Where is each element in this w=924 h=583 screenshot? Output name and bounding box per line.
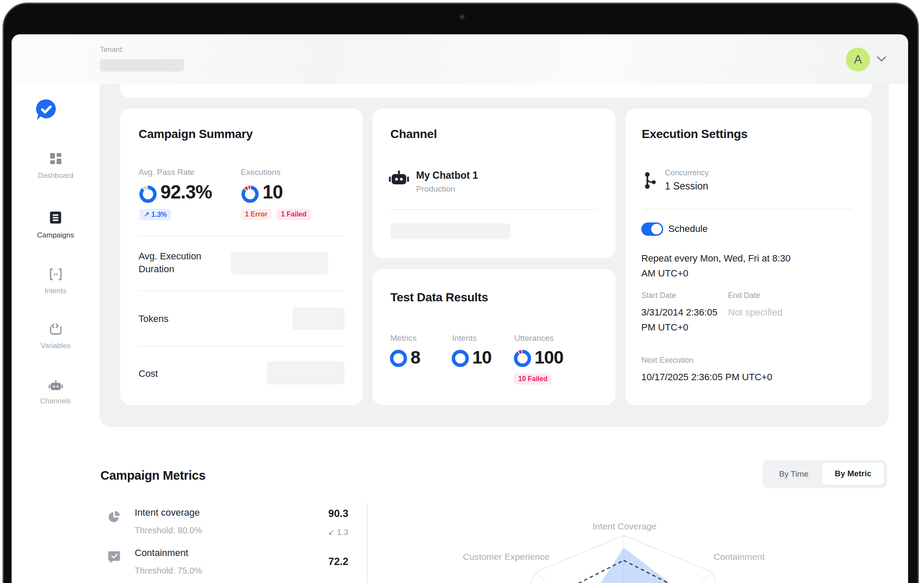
sidebar-item-campaigns[interactable] <box>12 211 100 225</box>
end-date-label: End Date <box>728 291 760 300</box>
avg-exec-duration-label: Avg. Execution Duration <box>139 250 231 276</box>
by-metric-button[interactable]: By Metric <box>821 462 885 485</box>
schedule-toggle[interactable] <box>641 222 663 236</box>
metrics-stat-value: 8 <box>411 347 420 368</box>
radar-axis-label-containment: Containment <box>683 552 795 562</box>
metric-row-name: Intent coverage <box>135 507 200 518</box>
pie-chart-icon <box>108 510 121 525</box>
channel-name: My Chatbot 1 <box>416 170 478 181</box>
device-screenshot: Tenant: A <box>0 0 924 583</box>
cost-label: Cost <box>139 367 158 380</box>
metric-row-value: 90.3 <box>308 508 348 520</box>
by-time-button[interactable]: By Time <box>763 460 825 488</box>
test-data-results-card: Test Data Results Metrics 8 Intents 10 U… <box>372 269 616 405</box>
scrolled-card-bottom <box>120 84 872 98</box>
intents-brackets-icon <box>49 268 62 282</box>
sidebar-label-dashboard[interactable]: Dashboard <box>12 171 100 180</box>
chevron-down-icon[interactable] <box>876 56 887 64</box>
executions-ring <box>242 186 259 204</box>
metrics-ring <box>390 350 407 369</box>
error-badge: 1 Error <box>241 209 272 220</box>
metrics-view-toggle: By Time By Metric <box>763 460 887 488</box>
execution-settings-title: Execution Settings <box>642 127 748 141</box>
channel-card: Channel My Chatbot 1 Production <box>372 108 616 258</box>
divider <box>644 209 853 210</box>
campaign-summary-card: Campaign Summary Avg. Pass Rate 92.3% ↗ … <box>120 108 363 405</box>
radar-axis-label-customer-experience: Customer Experience <box>442 552 571 562</box>
value-skeleton <box>390 223 510 239</box>
pass-delta-badge: ↗ 1.3% <box>139 209 171 220</box>
test-data-title: Test Data Results <box>390 291 488 304</box>
dashboard-grid-icon <box>50 153 62 166</box>
utterances-stat-value: 100 <box>534 347 563 368</box>
value-skeleton <box>267 361 344 385</box>
executions-label: Executions <box>241 168 281 177</box>
channel-title: Channel <box>390 127 437 141</box>
avg-pass-rate-label: Avg. Pass Rate <box>139 168 195 177</box>
intents-ring <box>452 350 469 369</box>
sidebar-label-channels[interactable]: Channels <box>12 397 100 406</box>
utterances-failed-badge: 10 Failed <box>514 373 552 385</box>
metric-row-delta: ↙ 1.3 <box>308 527 348 537</box>
utterances-ring <box>514 350 531 369</box>
chatbot-robot-icon <box>389 169 409 189</box>
top-bar: Tenant: A <box>12 34 908 84</box>
tenant-label: Tenant: <box>100 45 124 54</box>
utterances-stat-label: Utterances <box>514 334 554 343</box>
sidebar-item-dashboard[interactable] <box>12 153 100 166</box>
sidebar-label-intents[interactable]: Intents <box>12 287 100 295</box>
metric-row-threshold: Threshold: 75.0% <box>135 566 202 576</box>
sidebar-item-variables[interactable] <box>12 323 100 337</box>
divider <box>139 290 344 291</box>
divider <box>139 236 344 237</box>
camera-dot <box>459 13 465 20</box>
next-execution-label: Next Execution <box>641 356 693 365</box>
start-date-value: 3/31/2014 2:36:05 PM UTC+0 <box>641 305 721 335</box>
chat-check-icon <box>108 550 121 565</box>
value-skeleton <box>293 307 344 330</box>
concurrency-label: Concurrency <box>665 168 709 177</box>
repeat-text: Repeat every Mon, Wed, Fri at 8:30 AM UT… <box>641 251 801 281</box>
campaigns-doc-icon <box>50 211 61 225</box>
variables-code-icon <box>49 323 62 337</box>
end-date-value: Not specified <box>728 305 782 320</box>
campaign-metrics-title: Campaign Metrics <box>100 469 205 483</box>
metrics-stat-label: Metrics <box>390 334 417 343</box>
value-skeleton <box>231 252 328 274</box>
divider <box>139 346 344 347</box>
sidebar-item-channels[interactable] <box>12 380 100 394</box>
concurrency-branch-icon <box>644 171 656 192</box>
radar-axis-label-intent-coverage: Intent Coverage <box>569 521 680 532</box>
next-execution-value: 10/17/2025 2:36:05 PM UTC+0 <box>641 370 821 385</box>
app-logo-icon <box>35 99 57 122</box>
sidebar-label-variables[interactable]: Variables <box>12 342 100 350</box>
execution-settings-card: Execution Settings Concurrency 1 Session… <box>625 108 872 405</box>
channel-environment: Production <box>416 184 455 194</box>
avg-pass-rate-value: 92.3% <box>160 181 212 203</box>
metric-row-value: 72.2 <box>308 556 348 568</box>
robot-icon <box>48 380 63 394</box>
tokens-label: Tokens <box>139 313 169 325</box>
list-chart-divider <box>367 503 368 583</box>
divider <box>390 209 598 210</box>
intents-stat-value: 10 <box>472 347 492 368</box>
campaign-summary-title: Campaign Summary <box>139 127 253 141</box>
sidebar-item-intents[interactable] <box>12 268 100 282</box>
radar-chart <box>386 493 901 583</box>
intents-stat-label: Intents <box>452 334 477 343</box>
executions-value: 10 <box>263 181 283 203</box>
metric-row-name: Containment <box>135 547 188 559</box>
app-window: Tenant: A <box>12 34 908 583</box>
failed-badge: 1 Failed <box>277 209 311 220</box>
sidebar-label-campaigns[interactable]: Campaigns <box>12 231 100 240</box>
tenant-value-skeleton <box>100 59 184 72</box>
start-date-label: Start Date <box>641 291 676 300</box>
concurrency-value: 1 Session <box>665 180 708 192</box>
pass-rate-ring <box>139 186 157 204</box>
sidebar: Dashboard Campaigns Intent <box>12 84 100 583</box>
schedule-label: Schedule <box>668 223 708 234</box>
avatar[interactable]: A <box>846 48 870 72</box>
metric-row-threshold: Threshold: 80.0% <box>135 526 202 535</box>
